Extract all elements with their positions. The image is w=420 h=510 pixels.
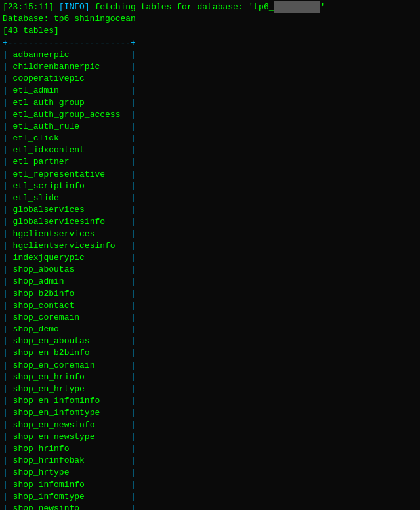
- table-row: | etl_auth_rule |: [3, 121, 417, 133]
- table-row: | shop_admin |: [3, 276, 417, 287]
- table-row: | shop_infominfo |: [3, 479, 417, 491]
- table-row: | shop_en_newstype |: [3, 431, 417, 443]
- table-row: | adbannerpic |: [3, 49, 417, 61]
- table-row: | hgclientservices |: [3, 228, 417, 240]
- table-row: | shop_demo |: [3, 324, 417, 335]
- log-line: [23:15:11] [INFO] fetching tables for da…: [3, 1, 417, 13]
- table-row: | etl_representative |: [3, 169, 417, 181]
- timestamp: [23:15:11]: [3, 2, 54, 12]
- table-row: | childrenbannerpic |: [3, 61, 417, 73]
- table-row: | shop_en_hrinfo |: [3, 372, 417, 383]
- table-row: | etl_admin |: [3, 85, 417, 96]
- table-row: | indexjquerypic |: [3, 252, 417, 264]
- table-row: | etl_auth_group_access |: [3, 109, 417, 121]
- separator-top: +------------------------+: [3, 37, 417, 49]
- redacted-text: [274, 1, 320, 13]
- terminal: [23:15:11] [INFO] fetching tables for da…: [0, 0, 420, 510]
- table-row: | shop_coremain |: [3, 312, 417, 324]
- database-line: Database: tp6_shiningocean: [3, 13, 417, 25]
- table-row: | hgclientservicesinfo |: [3, 240, 417, 252]
- table-row: | shop_en_coremain |: [3, 360, 417, 372]
- table-row: | shop_hrinfo |: [3, 443, 417, 455]
- table-row: | shop_infomtype |: [3, 491, 417, 503]
- table-rows-container: | adbannerpic || childrenbannerpic || co…: [3, 49, 417, 510]
- table-row: | shop_newsinfo |: [3, 503, 417, 510]
- table-row: | etl_auth_group |: [3, 97, 417, 109]
- table-row: | shop_contact |: [3, 300, 417, 312]
- info-tag: [INFO]: [59, 2, 90, 12]
- table-row: | etl_idxcontent |: [3, 144, 417, 156]
- log-message: fetching tables for database: 'tp6_: [94, 2, 274, 12]
- table-row: | etl_scriptinfo |: [3, 181, 417, 192]
- table-row: | shop_en_b2binfo |: [3, 347, 417, 359]
- table-row: | shop_en_infominfo |: [3, 395, 417, 407]
- table-row: | shop_en_hrtype |: [3, 383, 417, 395]
- table-row: | shop_en_infomtype |: [3, 407, 417, 419]
- table-row: | cooperativepic |: [3, 73, 417, 85]
- log-end: ': [320, 2, 326, 12]
- tables-count: [43 tables]: [3, 25, 417, 37]
- table-row: | etl_click |: [3, 133, 417, 144]
- table-row: | shop_en_aboutas |: [3, 335, 417, 347]
- table-row: | globalservices |: [3, 204, 417, 216]
- table-row: | etl_partner |: [3, 156, 417, 168]
- table-row: | shop_b2binfo |: [3, 288, 417, 300]
- table-row: | shop_hrinfobak |: [3, 455, 417, 467]
- table-row: | shop_en_newsinfo |: [3, 419, 417, 431]
- table-row: | shop_hrtype |: [3, 467, 417, 478]
- table-row: | etl_slide |: [3, 192, 417, 204]
- table-row: | shop_aboutas |: [3, 264, 417, 276]
- table-row: | globalservicesinfo |: [3, 216, 417, 228]
